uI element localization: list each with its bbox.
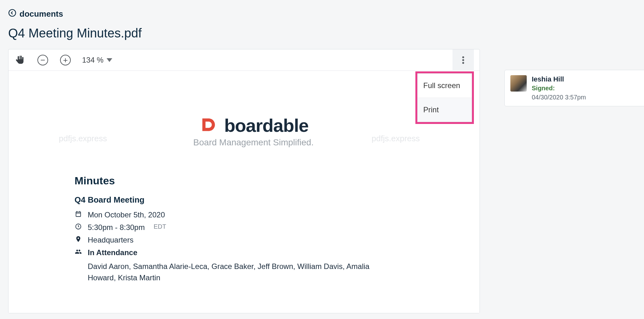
attendees-list: David Aaron, Samantha Alarie-Leca, Grace… bbox=[88, 261, 396, 283]
minutes-heading: Minutes bbox=[75, 175, 442, 187]
svg-point-0 bbox=[9, 9, 16, 16]
pdf-viewer: − + 134 % Full s bbox=[8, 49, 480, 313]
calendar-icon bbox=[75, 210, 82, 217]
meeting-time: 5:30pm - 8:30pm bbox=[88, 223, 145, 232]
zoom-out-button[interactable]: − bbox=[37, 54, 49, 66]
document-page: pdfjs.express pdfjs.express boardable Bo… bbox=[8, 71, 480, 313]
pan-hand-icon[interactable] bbox=[14, 54, 26, 66]
zoom-in-button[interactable]: + bbox=[59, 54, 71, 66]
meeting-date: Mon October 5th, 2020 bbox=[88, 210, 165, 219]
attendance-row: In Attendance bbox=[75, 248, 442, 257]
meeting-timezone: EDT bbox=[153, 223, 166, 230]
people-icon bbox=[75, 248, 82, 255]
zoom-level-value: 134 % bbox=[82, 56, 103, 64]
back-arrow-icon bbox=[8, 9, 16, 19]
zoom-level-dropdown[interactable]: 134 % bbox=[82, 56, 112, 64]
more-menu-button[interactable]: Full screen Print bbox=[452, 49, 474, 71]
signer-name: Ieshia Hill bbox=[532, 75, 639, 83]
meeting-location-row: Headquarters bbox=[75, 236, 442, 244]
menu-item-fullscreen[interactable]: Full screen bbox=[418, 74, 472, 98]
location-pin-icon bbox=[75, 236, 82, 243]
menu-item-print[interactable]: Print bbox=[418, 98, 472, 122]
more-menu-dropdown: Full screen Print bbox=[415, 71, 474, 124]
signer-card: Ieshia Hill Signed: 04/30/2020 3:57pm bbox=[504, 70, 644, 106]
page-title: Q4 Meeting Minutes.pdf bbox=[8, 26, 480, 40]
signer-timestamp: 04/30/2020 3:57pm bbox=[532, 94, 639, 101]
clock-icon bbox=[75, 223, 82, 230]
boardable-logo-icon bbox=[198, 116, 217, 135]
avatar bbox=[510, 75, 527, 92]
watermark-left: pdfjs.express bbox=[59, 134, 107, 143]
meeting-title: Q4 Board Meeting bbox=[75, 195, 442, 205]
meeting-date-row: Mon October 5th, 2020 bbox=[75, 210, 442, 219]
viewer-toolbar: − + 134 % Full s bbox=[8, 49, 480, 71]
breadcrumb[interactable]: documents bbox=[8, 9, 480, 19]
signer-status: Signed: bbox=[532, 85, 639, 92]
attendance-label: In Attendance bbox=[88, 248, 137, 257]
meeting-time-row: 5:30pm - 8:30pm EDT bbox=[75, 223, 442, 232]
chevron-down-icon bbox=[107, 58, 112, 62]
watermark-right: pdfjs.express bbox=[372, 134, 420, 143]
brand-name: boardable bbox=[224, 115, 308, 136]
breadcrumb-label: documents bbox=[19, 9, 63, 19]
meeting-location: Headquarters bbox=[88, 236, 133, 244]
